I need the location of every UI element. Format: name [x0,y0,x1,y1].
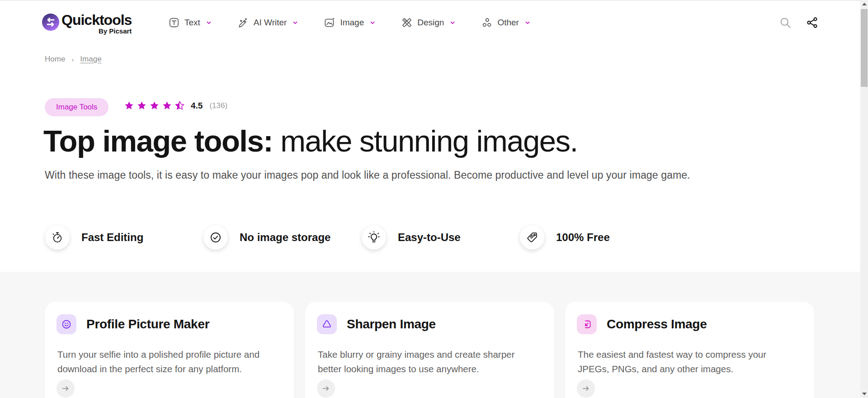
top-divider [0,0,868,0]
star-icon [162,100,172,111]
nav-item-image[interactable]: Image [324,17,376,28]
chevron-down-icon [524,19,531,26]
page-title-rest: make stunning images. [273,124,578,158]
nav-label: Design [417,18,444,28]
card-header: Profile Picture Maker [57,314,209,334]
triangle-icon [317,314,337,334]
search-icon[interactable] [779,16,792,29]
chevron-right-icon: › [71,56,74,63]
card-description: Take blurry or grainy images and create … [318,347,538,376]
feature-label: Easy-to-Use [398,231,461,244]
feature-label: 100% Free [556,231,610,244]
feature-label: No image storage [240,231,330,244]
main-nav: Text AI Writer Image Design [168,4,531,42]
arrow-right-button[interactable] [577,379,595,398]
chevron-down-icon [206,19,212,26]
nav-item-ai-writer[interactable]: AI Writer [237,17,299,28]
chevron-down-icon [449,19,456,26]
card-title: Sharpen Image [347,317,436,332]
chevron-down-icon [369,19,376,26]
scrollbar [860,0,868,398]
other-icon [481,17,493,28]
star-icon [124,100,134,111]
header-actions [779,16,819,29]
nav-item-other[interactable]: Other [481,17,531,28]
feature-easy-to-use: Easy-to-Use [362,225,461,250]
quicktools-logo[interactable]: Quicktools By Picsart [42,12,132,35]
breadcrumb: Home › Image [45,55,102,64]
page-title-bold: Top image tools: [43,124,273,158]
card-profile-picture-maker[interactable]: Profile Picture Maker Turn your selfie i… [45,302,294,398]
arrow-right-button[interactable] [57,379,75,398]
stopwatch-icon [45,225,70,250]
rating: 4.5 (136) [124,100,227,111]
card-header: Compress Image [577,314,707,334]
design-icon [401,17,413,28]
nav-label: Image [340,18,364,28]
share-icon[interactable] [806,16,819,29]
text-icon [168,17,180,28]
breadcrumb-home[interactable]: Home [45,55,65,64]
nav-label: Text [184,18,200,28]
nav-label: Other [497,18,519,28]
card-title: Profile Picture Maker [86,317,209,332]
card-description: The easiest and fastest way to compress … [578,347,797,376]
card-header: Sharpen Image [317,314,436,334]
card-sharpen-image[interactable]: Sharpen Image Take blurry or grainy imag… [305,302,554,398]
page-title: Top image tools: make stunning images. [43,123,578,159]
card-description: Turn your selfie into a polished profile… [57,347,277,376]
nav-item-text[interactable]: Text [168,17,212,28]
feature-no-storage: No image storage [203,225,330,250]
compress-icon [577,314,597,334]
tools-section: Profile Picture Maker Turn your selfie i… [0,272,868,398]
scrollbar-up-button[interactable] [860,0,868,8]
star-icon [149,100,160,111]
rating-count: (136) [209,101,227,110]
scrollbar-down-button[interactable] [860,390,868,398]
feature-free: 100% Free [520,225,610,250]
feature-label: Fast Editing [81,231,143,244]
card-compress-image[interactable]: Compress Image The easiest and fastest w… [565,302,814,398]
ai-writer-icon [237,17,249,28]
feature-row: Fast Editing No image storage Easy-to-Us… [0,225,868,251]
brand-name: Quicktools [61,12,132,28]
nav-item-design[interactable]: Design [401,17,456,28]
breadcrumb-current[interactable]: Image [80,55,101,64]
feature-fast-editing: Fast Editing [45,225,143,250]
scrollbar-thumb[interactable] [861,9,868,87]
transfer-arrows-icon [42,13,60,31]
page: Quicktools By Picsart Text AI Writer Ima… [0,0,868,398]
smiley-icon [57,314,76,334]
lightbulb-icon [362,225,386,250]
category-badge: Image Tools [45,98,108,116]
nav-label: AI Writer [254,18,287,28]
check-circle-icon [203,225,228,250]
page-subtitle: With these image tools, it is easy to ma… [45,169,690,181]
rating-value: 4.5 [191,101,203,111]
chevron-down-icon [292,19,298,26]
card-title: Compress Image [607,317,707,332]
brand-byline: By Picsart [99,28,132,35]
image-icon [324,17,335,28]
price-tag-icon [520,225,544,250]
arrow-right-button[interactable] [317,379,335,398]
star-half-icon [175,100,185,111]
star-icon [137,100,147,111]
